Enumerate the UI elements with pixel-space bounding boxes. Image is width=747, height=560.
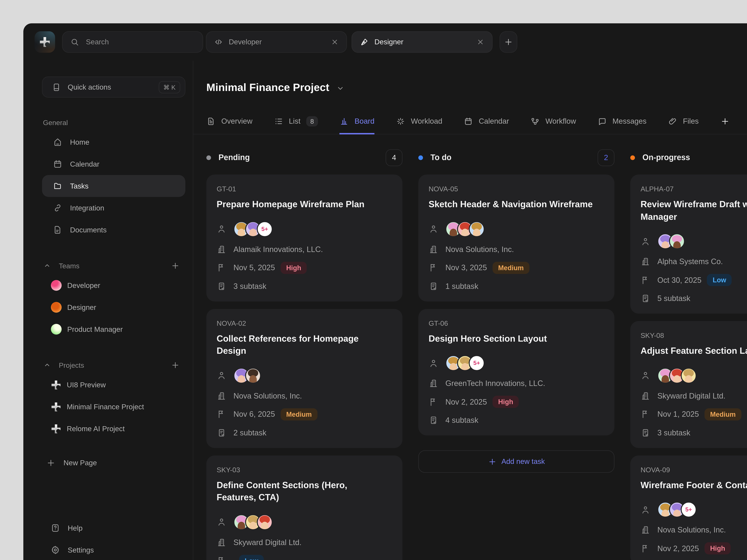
status-dot: [630, 155, 635, 160]
subtask-row: 5 subtask: [641, 294, 747, 303]
section-header-projects[interactable]: Projects: [42, 359, 185, 371]
due-row: Nov 5, 2025 High: [216, 262, 392, 274]
sidebar-item-calendar[interactable]: Calendar: [42, 153, 185, 175]
app-window: Developer Designer Quick actions ⌘ K G: [23, 23, 747, 560]
close-icon[interactable]: [476, 38, 485, 46]
task-card[interactable]: GT-06 Design Hero Section Layout 5+: [418, 309, 614, 435]
task-title: Adjust Feature Section Layout: [641, 345, 747, 357]
sidebar-project-relome-ai[interactable]: Relome AI Project: [42, 418, 185, 439]
sidebar-item-label: Calendar: [70, 160, 99, 168]
new-page-button[interactable]: New Page: [42, 452, 185, 474]
plus-icon: [720, 117, 729, 126]
subtask-icon: [216, 428, 227, 437]
code-icon: [214, 37, 223, 47]
priority-badge: Medium: [281, 408, 317, 420]
tab-calendar[interactable]: Calendar: [464, 110, 509, 134]
due-row: Nov 1, 2025 Medium: [641, 408, 747, 420]
workspace-tab-designer[interactable]: Designer: [352, 31, 493, 53]
add-project-button[interactable]: [171, 361, 180, 369]
task-card[interactable]: NOVA-02 Collect References for Homepage …: [206, 309, 403, 448]
sidebar-team-product-manager[interactable]: Product Manager: [42, 318, 185, 340]
priority-badge: High: [704, 542, 731, 555]
add-workspace-tab-button[interactable]: [499, 31, 517, 53]
teams-label: Teams: [59, 262, 79, 270]
calendar-icon: [52, 159, 62, 169]
team-color-dot: [51, 302, 61, 313]
sidebar-team-designer[interactable]: Designer: [42, 296, 185, 318]
task-card[interactable]: NOVA-05 Sketch Header & Navigation Wiref…: [418, 175, 614, 301]
task-card[interactable]: ALPHA-07 Review Wireframe Draft with Man…: [630, 175, 747, 314]
company-row: Skyward Digital Ltd.: [216, 538, 392, 548]
person-icon: [641, 236, 651, 246]
add-new-task-button[interactable]: Add new task: [418, 451, 614, 473]
flag-icon: [429, 263, 439, 272]
task-card[interactable]: GT-01 Prepare Homepage Wireframe Plan 5+: [206, 175, 403, 301]
avatar-overflow-badge: 5+: [681, 502, 697, 518]
add-team-button[interactable]: [171, 261, 180, 270]
team-label: Designer: [67, 303, 96, 312]
tab-workload[interactable]: Workload: [396, 110, 442, 134]
task-card[interactable]: NOVA-09 Wireframe Footer & Contact 5+: [630, 455, 747, 560]
project-plus-icon: [51, 380, 61, 390]
task-card[interactable]: SKY-08 Adjust Feature Section Layout: [630, 321, 747, 448]
desktop: Developer Designer Quick actions ⌘ K G: [0, 0, 747, 560]
due-date: Nov 5, 2025: [233, 263, 275, 272]
tab-label: Workflow: [545, 117, 576, 126]
tab-overview[interactable]: Overview: [206, 110, 252, 134]
sidebar-item-home[interactable]: Home: [42, 131, 185, 153]
avatar: [681, 368, 697, 383]
due-row: Nov 2, 2025 High: [429, 396, 604, 408]
quick-actions-button[interactable]: Quick actions ⌘ K: [42, 77, 185, 98]
tab-messages[interactable]: Messages: [597, 110, 646, 134]
sidebar-project-minimal-finance[interactable]: Minimal Finance Project: [42, 396, 185, 418]
tab-board[interactable]: Board: [340, 110, 375, 134]
close-icon[interactable]: [331, 38, 339, 46]
company-name: Nova Solutions, Inc.: [658, 526, 726, 534]
search-input[interactable]: [85, 37, 195, 47]
task-title: Prepare Homepage Wireframe Plan: [216, 198, 392, 211]
section-header-teams[interactable]: Teams: [42, 260, 185, 272]
home-icon: [52, 137, 62, 147]
task-card[interactable]: SKY-03 Define Content Sections (Hero, Fe…: [206, 455, 403, 560]
folder-icon: [52, 181, 62, 191]
building-icon: [641, 257, 651, 267]
assignees-row: [216, 368, 392, 383]
gear-icon: [50, 545, 60, 555]
project-title[interactable]: Minimal Finance Project: [206, 81, 743, 94]
sidebar-item-help[interactable]: Help: [42, 517, 185, 539]
due-date: Nov 2, 2025: [658, 544, 699, 553]
workspace-tab-developer[interactable]: Developer: [206, 31, 347, 53]
sidebar-team-developer[interactable]: Developer: [42, 274, 185, 296]
quick-actions-label: Quick actions: [68, 83, 111, 91]
sidebar-project-ui8-preview[interactable]: UI8 Preview: [42, 374, 185, 396]
tab-list[interactable]: List 8: [274, 110, 318, 134]
document-icon: [52, 225, 62, 235]
help-icon: [50, 523, 60, 533]
company-row: Nova Solutions, Inc.: [641, 525, 747, 535]
sidebar-item-documents[interactable]: Documents: [42, 219, 185, 241]
due-row: Nov 2, 2025 High: [641, 542, 747, 555]
sidebar-item-integration[interactable]: Integration: [42, 197, 185, 219]
column-count-badge: 4: [386, 149, 403, 166]
chevron-up-icon: [43, 261, 51, 270]
search-bar[interactable]: [62, 31, 203, 53]
sidebar-item-tasks[interactable]: Tasks: [42, 175, 185, 197]
priority-badge: Low: [239, 555, 264, 560]
tab-files[interactable]: Files: [668, 110, 699, 134]
section-label-general: General: [42, 116, 186, 128]
sidebar-item-label: Documents: [70, 226, 107, 234]
task-title: Review Wireframe Draft with Manager: [641, 198, 747, 223]
column-name: Pending: [218, 153, 250, 162]
tab-workflow[interactable]: Workflow: [531, 110, 576, 134]
kanban-board: Pending 4 GT-01 Prepare Homepage Wirefra…: [193, 134, 747, 560]
team-color-dot: [51, 324, 61, 335]
workflow-nodes-icon: [531, 117, 540, 126]
add-view-button[interactable]: [720, 110, 729, 134]
sidebar-item-settings[interactable]: Settings: [42, 539, 185, 560]
company-row: Nova Solutions, Inc.: [429, 244, 604, 254]
priority-badge: High: [281, 262, 307, 274]
app-logo[interactable]: [34, 31, 55, 53]
add-task-label: Add new task: [501, 457, 545, 466]
priority-badge: Low: [707, 274, 732, 286]
column-header: To do 2: [418, 149, 614, 167]
